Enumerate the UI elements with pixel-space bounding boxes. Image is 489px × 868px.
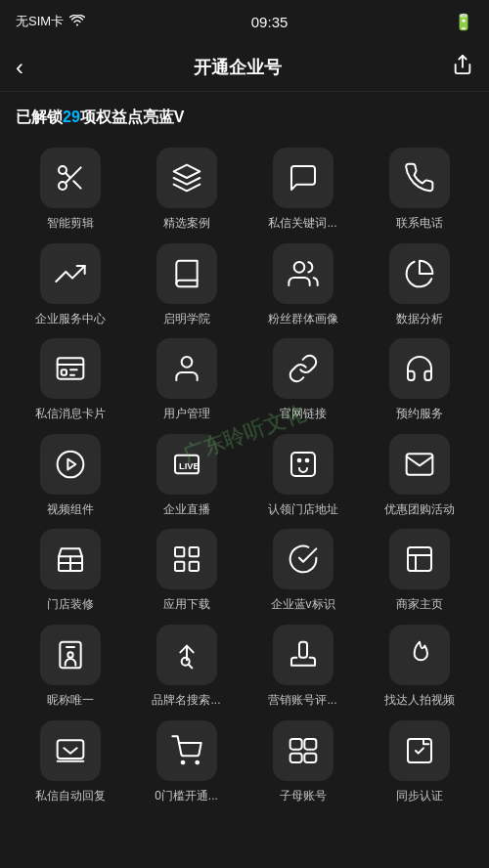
grid-item-video-widget[interactable]: 视频组件 bbox=[16, 434, 124, 518]
grid-item-dm-card[interactable]: 私信消息卡片 bbox=[16, 338, 124, 422]
icon-box-official-link bbox=[273, 338, 333, 399]
icon-box-learning bbox=[156, 243, 217, 304]
item-label-dm-card: 私信消息卡片 bbox=[35, 407, 106, 422]
grid-item-enterprise-live[interactable]: LIVE企业直播 bbox=[132, 434, 241, 518]
grid-item-official-link[interactable]: 官网链接 bbox=[248, 338, 357, 422]
item-label-enterprise-live: 企业直播 bbox=[163, 502, 210, 518]
svg-rect-33 bbox=[60, 642, 80, 669]
grid-item-app-download[interactable]: 应用下载 bbox=[132, 529, 241, 613]
svg-point-7 bbox=[293, 262, 304, 273]
icon-box-claim-store bbox=[273, 434, 333, 495]
grid-item-sub-account[interactable]: 子母账号 bbox=[248, 720, 357, 804]
icon-box-video-widget bbox=[40, 434, 101, 495]
item-label-blue-v: 企业蓝v标识 bbox=[271, 597, 335, 613]
item-label-merchant-home: 商家主页 bbox=[396, 597, 443, 613]
item-label-group-buy: 优惠团购活动 bbox=[384, 502, 455, 518]
grid-item-sync-auth[interactable]: 同步认证 bbox=[365, 720, 473, 804]
svg-rect-44 bbox=[289, 739, 301, 750]
item-label-marketing-eval: 营销账号评... bbox=[268, 693, 336, 709]
grid-item-fan-portrait[interactable]: 粉丝群体画像 bbox=[248, 243, 357, 327]
main-content: 已解锁29项权益点亮蓝V 智能剪辑精选案例私信关键词...联系电话企业服务中心启… bbox=[0, 92, 489, 868]
svg-line-5 bbox=[65, 173, 69, 178]
item-label-low-threshold: 0门槛开通... bbox=[155, 789, 218, 804]
grid-item-claim-store[interactable]: 认领门店地址 bbox=[248, 434, 357, 518]
icon-box-enterprise-live: LIVE bbox=[156, 434, 217, 495]
features-grid: 智能剪辑精选案例私信关键词...联系电话企业服务中心启明学院粉丝群体画像数据分析… bbox=[16, 148, 473, 803]
item-label-sync-auth: 同步认证 bbox=[396, 789, 443, 804]
grid-item-marketing-eval[interactable]: 营销账号评... bbox=[248, 625, 357, 709]
grid-item-store-decor[interactable]: 门店装修 bbox=[16, 529, 124, 613]
grid-item-blue-v[interactable]: 企业蓝v标识 bbox=[248, 529, 357, 613]
icon-box-find-talent bbox=[389, 625, 450, 685]
icon-box-biz-service bbox=[40, 243, 101, 304]
status-bar: 无SIM卡 09:35 🔋 bbox=[0, 0, 489, 43]
item-label-app-download: 应用下载 bbox=[163, 597, 210, 613]
icon-box-dm-keyword bbox=[273, 148, 333, 208]
icon-box-name-unique bbox=[40, 625, 101, 685]
item-label-learning: 启明学院 bbox=[163, 312, 210, 327]
status-time: 09:35 bbox=[251, 14, 289, 30]
icon-box-app-download bbox=[156, 529, 217, 589]
item-label-appointment: 预约服务 bbox=[396, 407, 443, 422]
unlock-title: 已解锁29项权益点亮蓝V bbox=[16, 108, 473, 128]
svg-point-14 bbox=[57, 451, 83, 477]
svg-rect-27 bbox=[189, 547, 198, 556]
page-title: 开通企业号 bbox=[194, 56, 282, 79]
grid-item-low-threshold[interactable]: 0门槛开通... bbox=[132, 720, 241, 804]
item-label-store-decor: 门店装修 bbox=[47, 597, 94, 613]
svg-rect-28 bbox=[175, 562, 184, 571]
svg-rect-26 bbox=[175, 547, 184, 556]
share-button[interactable] bbox=[452, 54, 473, 80]
svg-line-38 bbox=[189, 665, 192, 668]
icon-box-featured-cases bbox=[156, 148, 217, 208]
grid-item-merchant-home[interactable]: 商家主页 bbox=[365, 529, 473, 613]
icon-box-dm-card bbox=[40, 338, 101, 399]
status-right: 🔋 bbox=[454, 13, 473, 31]
battery-icon: 🔋 bbox=[454, 13, 473, 31]
item-label-biz-service: 企业服务中心 bbox=[35, 312, 106, 327]
grid-item-contact-phone[interactable]: 联系电话 bbox=[365, 148, 473, 232]
icon-box-marketing-eval bbox=[273, 625, 333, 685]
item-label-data-analysis: 数据分析 bbox=[396, 312, 443, 327]
item-label-brand-search: 品牌名搜索... bbox=[152, 693, 220, 709]
item-label-dm-keyword: 私信关键词... bbox=[268, 216, 336, 232]
icon-box-blue-v bbox=[273, 529, 333, 589]
grid-item-data-analysis[interactable]: 数据分析 bbox=[365, 243, 473, 327]
status-left: 无SIM卡 bbox=[16, 13, 85, 30]
icon-box-group-buy bbox=[389, 434, 450, 495]
grid-item-dm-auto-reply[interactable]: 私信自动回复 bbox=[16, 720, 124, 804]
grid-item-appointment[interactable]: 预约服务 bbox=[365, 338, 473, 422]
svg-rect-40 bbox=[57, 740, 83, 759]
svg-point-22 bbox=[305, 458, 308, 461]
grid-item-dm-keyword[interactable]: 私信关键词... bbox=[248, 148, 357, 232]
svg-line-4 bbox=[73, 181, 80, 188]
item-label-smart-edit: 智能剪辑 bbox=[47, 216, 94, 232]
grid-item-name-unique[interactable]: 昵称唯一 bbox=[16, 625, 124, 709]
grid-item-find-talent[interactable]: 找达人拍视频 bbox=[365, 625, 473, 709]
svg-rect-46 bbox=[289, 753, 301, 761]
wifi-icon bbox=[69, 15, 85, 29]
grid-item-user-mgmt[interactable]: 用户管理 bbox=[132, 338, 241, 422]
item-label-featured-cases: 精选案例 bbox=[163, 216, 210, 232]
svg-rect-29 bbox=[189, 562, 198, 571]
back-button[interactable]: ‹ bbox=[16, 54, 23, 81]
grid-item-group-buy[interactable]: 优惠团购活动 bbox=[365, 434, 473, 518]
svg-text:LIVE: LIVE bbox=[179, 461, 200, 471]
icon-box-sync-auth bbox=[389, 720, 450, 781]
grid-item-brand-search[interactable]: 品牌名搜索... bbox=[132, 625, 241, 709]
icon-box-user-mgmt bbox=[156, 338, 217, 399]
grid-item-biz-service[interactable]: 企业服务中心 bbox=[16, 243, 124, 327]
svg-rect-30 bbox=[408, 547, 431, 571]
grid-item-learning[interactable]: 启明学院 bbox=[132, 243, 241, 327]
item-label-official-link: 官网链接 bbox=[280, 407, 327, 422]
icon-box-dm-auto-reply bbox=[40, 720, 101, 781]
grid-item-featured-cases[interactable]: 精选案例 bbox=[132, 148, 241, 232]
icon-box-appointment bbox=[389, 338, 450, 399]
item-label-video-widget: 视频组件 bbox=[47, 502, 94, 518]
svg-point-42 bbox=[181, 760, 184, 763]
item-label-name-unique: 昵称唯一 bbox=[47, 693, 94, 709]
grid-item-smart-edit[interactable]: 智能剪辑 bbox=[16, 148, 124, 232]
svg-marker-15 bbox=[67, 458, 75, 469]
item-label-fan-portrait: 粉丝群体画像 bbox=[268, 312, 338, 327]
svg-point-13 bbox=[181, 357, 192, 368]
